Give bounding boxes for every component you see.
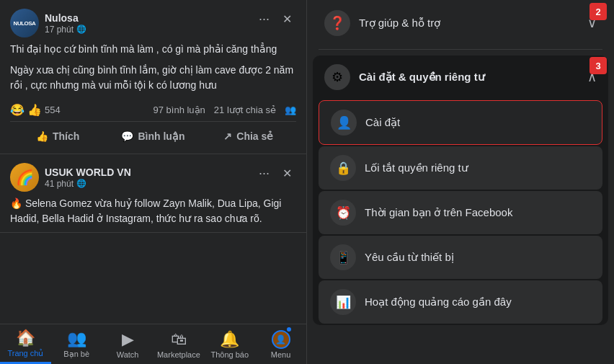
author-name-2: USUK WORLD VN <box>45 167 131 178</box>
annotation-3: 3 <box>589 57 607 74</box>
post-content-2: 🔥 Selena Gomez vừa huỷ follow Zayn Malik… <box>10 196 296 226</box>
nav-label-menu: Menu <box>271 350 291 359</box>
avatar-nulosa: NULOSA <box>10 9 39 37</box>
post-meta-2: 41 phút 🌐 <box>45 179 131 189</box>
avatar-reactions-icon: 👥 <box>285 105 296 115</box>
settings-section-title: Cài đặt & quyền riêng tư <box>359 71 485 84</box>
post-card-1: NULOSA Nulosa 17 phút 🌐 ··· ✕ Thi đại họ <box>0 0 306 154</box>
reaction-emoji-2: 👍 <box>27 103 42 117</box>
author-name-1: Nulosa <box>45 12 86 24</box>
avatar-usuk: 🌈 <box>10 163 39 192</box>
settings-section-header[interactable]: ⚙ Cài đặt & quyền riêng tư ∧ 3 <box>313 56 608 99</box>
globe-icon-1: 🌐 <box>76 25 86 34</box>
nav-item-bell[interactable]: 🔔 Thông báo <box>204 324 255 364</box>
divider-1 <box>319 49 602 50</box>
menu-active-dot <box>285 326 293 333</box>
like-icon-1: 👍 <box>36 130 48 142</box>
post-header-1: NULOSA Nulosa 17 phút 🌐 ··· ✕ <box>10 9 296 37</box>
marketplace-icon: 🛍 <box>171 330 187 349</box>
sub-menu-loitat[interactable]: 🔒 Lối tắt quyền riêng tư <box>319 146 602 190</box>
nav-item-menu[interactable]: 👤 Menu <box>255 324 306 364</box>
nav-label-bell: Thông báo <box>210 350 249 359</box>
comment-button-1[interactable]: 💬 Bình luận <box>105 125 200 148</box>
friends-icon: 👥 <box>67 329 86 348</box>
reactions-1: 😂 👍 554 <box>10 103 61 117</box>
thoigian-icon-circle: ⏰ <box>330 200 356 226</box>
nav-label-home: Trang chủ <box>7 349 43 358</box>
help-icon-circle: ❓ <box>324 10 350 36</box>
post-close-btn-1[interactable]: ✕ <box>278 9 296 29</box>
left-panel: NULOSA Nulosa 17 phút 🌐 ··· ✕ Thi đại họ <box>0 0 306 364</box>
right-panel: ❓ Trợ giúp & hỗ trợ ∨ 2 ⚙ Cài đặt & quyề… <box>306 0 614 364</box>
lock-icon: 🔒 <box>336 161 351 176</box>
hoatdong-icon-circle: 📊 <box>330 289 356 315</box>
clock-icon: ⏰ <box>336 205 351 221</box>
nav-label-friends: Bạn bè <box>63 350 89 359</box>
caidat-icon-circle: 👤 <box>331 110 357 136</box>
post-meta-1: 17 phút 🌐 <box>45 25 86 35</box>
comment-icon-1: 💬 <box>121 130 133 142</box>
loitat-label: Lối tắt quyền riêng tư <box>365 161 468 174</box>
post-stats-1: 😂 👍 554 97 bình luận 21 lượt chia sẻ 👥 <box>10 99 296 122</box>
post-action-icons-2: ··· ✕ <box>254 163 296 184</box>
annotation-2: 2 <box>589 3 607 20</box>
device-icon: 📱 <box>336 250 351 265</box>
like-button-1[interactable]: 👍 Thích <box>10 125 105 148</box>
yeucau-icon-circle: 📱 <box>330 244 356 270</box>
bell-icon: 🔔 <box>220 330 239 349</box>
settings-right: ∧ 3 <box>587 69 597 85</box>
help-item-left: ❓ Trợ giúp & hỗ trợ <box>324 10 440 36</box>
settings-icon-circle: ⚙ <box>324 64 350 90</box>
watch-icon: ▶ <box>122 330 134 349</box>
help-menu-item[interactable]: ❓ Trợ giúp & hỗ trợ ∨ 2 <box>313 1 608 45</box>
nav-item-watch[interactable]: ▶ Watch <box>102 324 154 364</box>
help-icon: ❓ <box>329 15 345 31</box>
post-buttons-1: 👍 Thích 💬 Bình luận ↗ Chia sẻ <box>10 123 296 154</box>
reaction-emoji-1: 😂 <box>10 103 25 117</box>
hoatdong-label: Hoạt động quảng cáo gần đây <box>365 296 512 308</box>
post-header-2: 🌈 USUK WORLD VN 41 phút 🌐 ··· ✕ <box>10 163 296 192</box>
yeucau-label: Yêu cầu từ thiết bị <box>365 251 454 264</box>
settings-header-left: ⚙ Cài đặt & quyền riêng tư <box>324 64 485 90</box>
sub-menu-hoatdong[interactable]: 📊 Hoạt động quảng cáo gần đây <box>319 280 602 324</box>
post-action-icons-1: ··· ✕ <box>254 9 296 30</box>
stats-right-1: 97 bình luận 21 lượt chia sẻ 👥 <box>154 105 297 115</box>
help-right: ∨ 2 <box>587 15 597 31</box>
settings-icon: ⚙ <box>332 69 343 85</box>
ad-icon: 📊 <box>336 295 351 310</box>
loitat-icon-circle: 🔒 <box>330 155 356 181</box>
share-button-1[interactable]: ↗ Chia sẻ <box>201 125 296 148</box>
author-details-2: USUK WORLD VN 41 phút 🌐 <box>45 167 131 189</box>
post-content-1a: Thi đại học cứ bình tĩnh mà làm , có gì … <box>10 42 296 57</box>
caidat-label: Cài đặt <box>365 116 400 129</box>
caidat-icon: 👤 <box>337 115 352 130</box>
nav-item-home[interactable]: 🏠 Trang chủ <box>0 324 51 364</box>
author-details-1: Nulosa 17 phút 🌐 <box>45 12 86 35</box>
nav-item-marketplace[interactable]: 🛍 Marketplace <box>153 324 204 364</box>
sub-menu-yeucau[interactable]: 📱 Yêu cầu từ thiết bị <box>319 236 602 279</box>
post-close-btn-2[interactable]: ✕ <box>278 164 296 183</box>
post-dots-btn-1[interactable]: ··· <box>254 9 274 30</box>
sub-menu-caidat[interactable]: 👤 Cài đặt <box>319 100 602 145</box>
feed-area: NULOSA Nulosa 17 phút 🌐 ··· ✕ Thi đại họ <box>0 0 306 324</box>
post-author-info-2: 🌈 USUK WORLD VN 41 phút 🌐 <box>10 163 131 192</box>
post-card-2: 🌈 USUK WORLD VN 41 phút 🌐 ··· ✕ 🔥 Selena… <box>0 154 306 233</box>
nav-label-watch: Watch <box>117 350 139 359</box>
nav-item-friends[interactable]: 👥 Bạn bè <box>51 324 102 364</box>
bottom-nav: 🏠 Trang chủ 👥 Bạn bè ▶ Watch 🛍 Marketpla… <box>0 324 306 364</box>
home-icon: 🏠 <box>16 329 35 347</box>
help-label: Trợ giúp & hỗ trợ <box>359 17 440 30</box>
settings-section: ⚙ Cài đặt & quyền riêng tư ∧ 3 👤 Cài đặt… <box>313 56 608 325</box>
sub-menu-thoigian[interactable]: ⏰ Thời gian bạn ở trên Facebook <box>319 191 602 234</box>
globe-icon-2: 🌐 <box>76 179 86 188</box>
post-author-info-1: NULOSA Nulosa 17 phút 🌐 <box>10 9 86 37</box>
post-dots-btn-2[interactable]: ··· <box>254 163 274 184</box>
thoigian-label: Thời gian bạn ở trên Facebook <box>365 206 512 219</box>
nav-label-marketplace: Marketplace <box>157 350 200 359</box>
share-icon-1: ↗ <box>223 130 232 142</box>
post-content-1b: Ngày xưa chị cũng bình tĩnh lắm, giờ chị… <box>10 63 296 93</box>
